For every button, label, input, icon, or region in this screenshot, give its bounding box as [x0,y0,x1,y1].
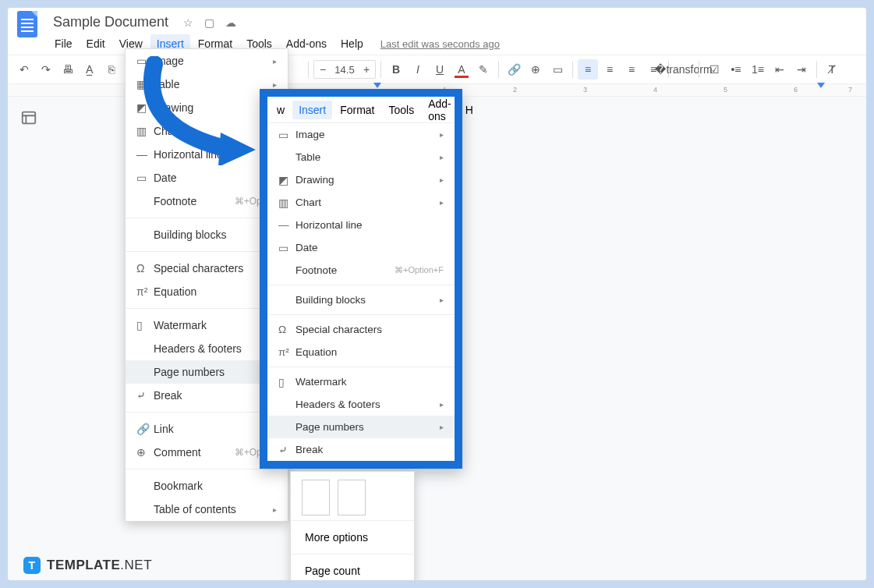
equation-icon: π² [136,285,154,298]
page-count-item[interactable]: Page count [291,554,414,580]
submenu-arrow-icon: ▸ [273,57,277,66]
submenu-arrow-icon: ▸ [273,80,277,89]
drawing-icon: ◩ [278,174,295,186]
move-folder-icon[interactable]: ▢ [204,16,214,29]
chart-icon: ▥ [278,197,295,209]
callout-date-item[interactable]: ▭Date [267,236,455,259]
callout-chart-item[interactable]: ▥Chart▸ [267,191,455,214]
align-center-icon[interactable]: ≡ [600,59,620,80]
submenu-arrow-icon: ▸ [273,505,277,514]
page-number-preset[interactable] [302,480,330,515]
indent-increase-icon[interactable]: ⇥ [791,59,812,80]
line-spacing-icon[interactable]: �transform [674,59,694,80]
align-right-icon[interactable]: ≡ [621,59,642,80]
insert-image-icon[interactable]: ▭ [547,59,568,80]
bullet-list-icon[interactable]: •≡ [726,59,746,80]
special-char-icon: Ω [278,324,295,335]
callout-hline-item[interactable]: —Horizontal line [267,214,455,236]
equation-icon: π² [278,346,295,358]
separator [816,61,817,78]
special-char-icon: Ω [136,262,154,275]
callout-blocks-item[interactable]: Building blocks▸ [267,289,455,311]
spellcheck-icon[interactable]: A̲ [80,59,100,80]
highlight-icon[interactable]: ✎ [473,59,494,80]
more-options-item[interactable]: More options [291,521,414,554]
separator [308,61,309,78]
last-edit-link[interactable]: Last edit was seconds ago [380,38,500,50]
insert-link-icon[interactable]: 🔗 [504,59,524,80]
callout-menu-insert[interactable]: Insert [292,101,332,119]
doc-header: Sample Document ☆ ▢ ☁ [8,8,866,33]
callout-drawing-item[interactable]: ◩Drawing▸ [267,168,455,191]
link-icon: 🔗 [136,423,154,435]
ruler-indent-marker-right[interactable] [817,83,825,88]
hline-icon: — [278,219,295,231]
template-net-brand: T TEMPLATE.NET [23,557,152,574]
callout-special-item[interactable]: ΩSpecial characters [267,318,455,341]
watermark-icon: ▯ [136,319,154,331]
separator [699,61,699,78]
drawing-icon: ◩ [136,101,154,114]
date-icon: ▭ [136,172,154,184]
star-icon[interactable]: ☆ [183,16,193,29]
callout-break-item[interactable]: ⤶Break [267,438,455,461]
page-number-preset[interactable] [338,480,366,515]
menu-edit[interactable]: Edit [80,34,111,53]
print-icon[interactable]: 🖶 [58,59,78,80]
date-icon: ▭ [278,242,295,254]
separator [380,61,381,78]
callout-menu-format[interactable]: Format [334,101,380,119]
align-left-icon[interactable]: ≡ [578,59,598,80]
break-icon: ⤶ [136,389,154,402]
template-net-logo-icon: T [23,557,41,574]
ruler-number: 3 [583,86,587,94]
ruler-number: 6 [794,86,798,94]
callout-panel: w Insert Format Tools Add-ons H ▭Image▸ … [260,89,462,469]
clear-format-icon[interactable]: T̸ [822,59,842,80]
callout-page-numbers-item[interactable]: Page numbers▸ [267,416,455,438]
underline-icon[interactable]: U [430,59,450,80]
redo-icon[interactable]: ↷ [36,59,56,80]
numbered-list-icon[interactable]: 1≡ [748,59,768,80]
outline-toggle-icon[interactable] [20,109,37,126]
italic-icon[interactable]: I [408,59,428,80]
comment-icon: ⊕ [136,446,154,459]
callout-image-item[interactable]: ▭Image▸ [267,123,455,146]
font-size-value[interactable]: 14.5 [331,64,358,76]
callout-insert-dropdown: ▭Image▸ Table▸ ◩Drawing▸ ▥Chart▸ —Horizo… [267,123,455,461]
callout-menu-tools[interactable]: Tools [382,101,420,119]
indent-decrease-icon[interactable]: ⇤ [770,59,790,80]
break-icon: ⤶ [278,444,295,456]
font-size-increase-icon[interactable]: + [358,63,375,76]
menu-help[interactable]: Help [334,34,370,53]
insert-bookmark-item[interactable]: Bookmark [126,474,288,498]
callout-menu-addons[interactable]: Add-ons [422,94,458,126]
font-size-decrease-icon[interactable]: − [314,63,331,76]
paint-format-icon[interactable]: ⎘ [101,59,122,80]
callout-menu-view-partial: w [271,101,291,119]
callout-table-item[interactable]: Table▸ [267,146,455,168]
watermark-icon: ▯ [278,376,295,388]
menu-divider [126,469,288,469]
font-size-stepper[interactable]: − 14.5 + [313,60,376,79]
callout-equation-item[interactable]: π²Equation [267,341,455,363]
ruler-number: 4 [653,86,657,94]
callout-watermark-item[interactable]: ▯Watermark [267,370,455,393]
bold-icon[interactable]: B [386,59,406,80]
insert-toc-item[interactable]: Table of contents▸ [126,498,288,521]
undo-icon[interactable]: ↶ [14,59,34,80]
menu-file[interactable]: File [48,34,79,53]
image-icon: ▭ [278,129,295,141]
callout-footnote-item[interactable]: Footnote⌘+Option+F [267,259,455,282]
table-icon: ▦ [136,78,154,90]
separator [572,61,573,78]
doc-title[interactable]: Sample Document [53,14,168,30]
insert-image-item[interactable]: ▭Image▸ [126,49,288,73]
hline-icon: — [136,148,154,161]
checklist-icon[interactable]: ☑ [704,59,724,80]
callout-headers-item[interactable]: Headers & footers▸ [267,393,455,416]
svg-rect-0 [23,112,36,124]
ruler-indent-marker-left[interactable] [373,83,381,88]
text-color-icon[interactable]: A [451,59,472,80]
add-comment-icon[interactable]: ⊕ [525,59,546,80]
